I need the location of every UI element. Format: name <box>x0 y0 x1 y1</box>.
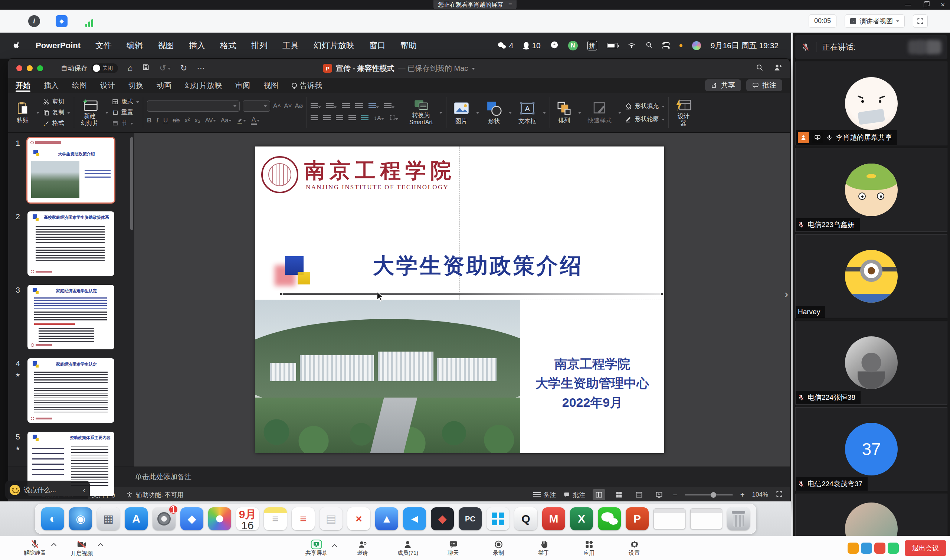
textbox-button[interactable]: A 文本框 <box>515 100 539 125</box>
redo-icon[interactable]: ↻ <box>180 63 187 73</box>
apple-logo-icon[interactable] <box>12 41 21 51</box>
wifi-icon[interactable] <box>628 43 636 49</box>
tab-view[interactable]: 视图 <box>264 78 278 93</box>
convert-smartart-button[interactable]: 转换为SmartArt <box>406 99 436 126</box>
menubar-datetime[interactable]: 9月16日 周五 19:32 <box>711 40 779 51</box>
new-slide-dropdown-icon[interactable] <box>105 112 108 115</box>
shape-fill-button[interactable]: 形状填充 <box>625 102 665 110</box>
highlight-color-button[interactable] <box>236 117 246 124</box>
slide-sorter-view-button[interactable] <box>613 489 625 500</box>
zoom-out-button[interactable]: − <box>673 491 677 499</box>
zoom-slider-knob[interactable] <box>711 492 716 498</box>
system-settings-icon[interactable]: 1 <box>153 507 176 530</box>
notes-toggle-button[interactable]: 备注 <box>533 491 556 499</box>
safari-icon[interactable]: ◉ <box>69 507 92 530</box>
slide-caption[interactable]: 南京工程学院 大学生资助管理中心 2022年9月 <box>520 354 664 412</box>
save-icon[interactable] <box>142 63 150 73</box>
arrange-button[interactable]: 排列 <box>554 101 574 124</box>
menu-edit[interactable]: 编辑 <box>126 40 143 51</box>
shape-handle-left[interactable] <box>280 292 283 295</box>
banner-menu-icon[interactable]: ≡ <box>508 2 512 8</box>
character-spacing-button[interactable]: AV <box>205 117 216 124</box>
control-center-icon[interactable] <box>662 42 670 49</box>
menu-window[interactable]: 窗口 <box>369 40 386 51</box>
shapes-button[interactable]: 形状 <box>483 100 505 125</box>
participant-tile[interactable]: 37 电信224袁茂弯37 <box>795 407 947 491</box>
menu-format[interactable]: 格式 <box>220 40 236 51</box>
maximize-button[interactable] <box>924 3 928 7</box>
info-icon[interactable]: i <box>28 15 40 27</box>
share-button[interactable]: 共享 <box>705 79 741 91</box>
copy-dropdown-icon[interactable] <box>67 112 70 115</box>
align-center-button[interactable] <box>323 115 331 122</box>
tab-home[interactable]: 开始 <box>15 78 31 93</box>
notes-icon[interactable]: ≡ <box>264 507 287 530</box>
mic-options-caret[interactable] <box>51 543 56 548</box>
vscode-icon[interactable]: ◄ <box>403 507 426 530</box>
slide-thumbnail-2[interactable]: 高校家庭经济困难学生资助政策体系 <box>28 211 114 276</box>
clear-formatting-button[interactable]: A⌀ <box>295 102 303 110</box>
leave-meeting-button[interactable]: 退出会议 <box>905 540 946 556</box>
new-slide-button[interactable]: 新建幻灯片 <box>78 98 102 126</box>
members-button[interactable]: 成员(71) <box>398 540 419 557</box>
columns-button[interactable] <box>384 103 395 110</box>
fullscreen-button[interactable] <box>913 14 928 28</box>
decrease-font-button[interactable]: A˅ <box>284 102 291 110</box>
windows-icon[interactable] <box>486 507 509 530</box>
thumbnail-scrollbar[interactable] <box>130 137 133 230</box>
underline-button[interactable]: U <box>163 117 168 124</box>
italic-button[interactable]: I <box>156 117 159 124</box>
smartart-dropdown-icon[interactable] <box>440 112 443 115</box>
siri-icon[interactable] <box>692 41 701 50</box>
paste-dropdown-icon[interactable] <box>36 112 39 115</box>
menu-tools[interactable]: 工具 <box>282 40 299 51</box>
unmute-button[interactable]: 解除静音 <box>24 539 46 557</box>
text-direction-button[interactable]: ↕A <box>374 115 384 122</box>
increase-font-button[interactable]: A˄ <box>273 102 281 110</box>
accessibility-status[interactable]: 辅助功能: 不可用 <box>126 491 184 499</box>
quick-styles-dropdown-icon[interactable] <box>618 112 621 115</box>
tab-insert[interactable]: 插入 <box>44 78 59 93</box>
pc-manager-icon[interactable]: PC <box>459 507 482 530</box>
presenter-view-selector[interactable]: 演讲者视图 <box>845 14 905 28</box>
shield-icon[interactable]: ◆ <box>56 15 68 27</box>
dark-design-app-icon[interactable]: ◆ <box>431 507 454 530</box>
zoom-percentage[interactable]: 104% <box>752 491 768 498</box>
record-button[interactable]: 录制 <box>488 540 509 557</box>
decrease-indent-button[interactable] <box>342 103 350 110</box>
participant-tile-sharer[interactable]: 李肖越的屏幕共享 <box>795 62 947 145</box>
comments-toggle-button[interactable]: 批注 <box>563 491 585 499</box>
document-icon[interactable]: ▤ <box>319 507 342 530</box>
undo-dropdown-icon[interactable] <box>168 68 171 71</box>
section-button[interactable]: 节 <box>112 119 139 127</box>
comments-button[interactable]: 批注 <box>746 79 782 91</box>
participant-tile-partial[interactable]: ∨ <box>795 494 947 536</box>
picture-button[interactable]: 图片 <box>450 100 472 125</box>
layout-button[interactable]: 版式 <box>112 98 139 106</box>
raise-hand-button[interactable]: 举手 <box>533 540 554 557</box>
share-screen-button[interactable]: 共享屏幕 <box>305 540 328 557</box>
participant-tile[interactable]: 电信223乌鑫妍 <box>795 148 947 232</box>
menu-file[interactable]: 文件 <box>96 40 112 51</box>
slideshow-view-button[interactable] <box>653 489 665 500</box>
textbox-dropdown-icon[interactable] <box>543 112 546 115</box>
zoom-slider[interactable] <box>685 494 733 495</box>
menu-slideshow[interactable]: 幻灯片放映 <box>313 40 355 51</box>
mindmaster-icon[interactable]: M <box>542 507 565 530</box>
bullets-button[interactable] <box>311 103 321 110</box>
reminders-icon[interactable]: ≡ <box>291 507 315 530</box>
menu-help[interactable]: 帮助 <box>400 40 417 51</box>
zoom-in-button[interactable]: + <box>740 491 745 499</box>
trash-icon[interactable] <box>727 507 750 530</box>
slide-thumbnail-1[interactable]: 大学生资助政策介绍 <box>28 138 114 203</box>
settings-button[interactable]: 设置 <box>624 540 645 557</box>
qq-icon[interactable]: Q <box>514 507 537 530</box>
share-options-caret[interactable] <box>332 544 337 549</box>
normal-view-button[interactable] <box>593 489 605 500</box>
distribute-button[interactable] <box>361 115 369 122</box>
font-name-select[interactable] <box>147 100 240 112</box>
menu-arrange[interactable]: 排列 <box>251 40 268 51</box>
minimize-window-button[interactable] <box>27 65 32 71</box>
close-window-button[interactable] <box>16 65 22 71</box>
tab-draw[interactable]: 绘图 <box>72 78 87 93</box>
